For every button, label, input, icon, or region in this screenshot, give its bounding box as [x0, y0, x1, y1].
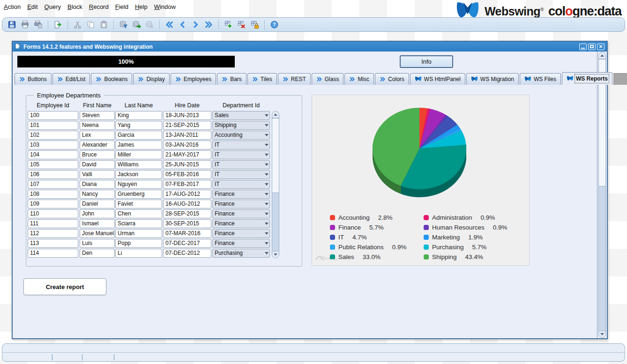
- first-name-field[interactable]: Luis: [80, 239, 115, 248]
- legend-item-sales[interactable]: Sales33.0%: [330, 253, 424, 260]
- last-name-field[interactable]: Li: [115, 249, 162, 258]
- last-name-field[interactable]: Jackson: [115, 170, 162, 179]
- first-name-field[interactable]: Alexander: [80, 141, 115, 149]
- tab-display[interactable]: Display: [133, 73, 169, 85]
- department-dropdown[interactable]: Finance: [212, 209, 270, 218]
- tab-glass[interactable]: Glass: [312, 73, 344, 85]
- legend-item-purchasing[interactable]: Purchasing5.7%: [424, 243, 530, 251]
- first-record-icon[interactable]: [164, 19, 175, 30]
- employee-id-field[interactable]: 102: [28, 131, 78, 140]
- tab-bars[interactable]: Bars: [217, 73, 246, 85]
- first-name-field[interactable]: Daniel: [80, 200, 115, 208]
- legend-item-marketing[interactable]: Marketing1.9%: [424, 233, 530, 241]
- employee-id-field[interactable]: 106: [28, 170, 78, 179]
- tab-edit-list[interactable]: Edit/List: [52, 73, 90, 85]
- last-name-field[interactable]: Faviet: [115, 200, 162, 208]
- hire-date-field[interactable]: 18-JUN-2013: [163, 111, 211, 120]
- save-icon[interactable]: [7, 19, 17, 30]
- hire-date-field[interactable]: 30-SEP-2015: [163, 219, 211, 228]
- tab-misc[interactable]: Misc: [344, 73, 374, 85]
- employee-id-field[interactable]: 105: [28, 160, 78, 169]
- minimize-button[interactable]: [579, 44, 587, 50]
- enter-query-icon[interactable]: [118, 19, 129, 30]
- last-name-field[interactable]: King: [115, 111, 162, 120]
- menu-window[interactable]: Window: [154, 3, 176, 10]
- first-name-field[interactable]: Bruce: [80, 150, 115, 159]
- maximize-button[interactable]: [588, 44, 596, 50]
- first-name-field[interactable]: Valli: [80, 170, 115, 179]
- hire-date-field[interactable]: 21-MAY-2017: [163, 150, 211, 159]
- cancel-query-icon[interactable]: [144, 19, 155, 30]
- employee-id-field[interactable]: 114: [28, 249, 78, 258]
- table-scroll-up-icon[interactable]: [272, 111, 279, 118]
- tab-ws-htmlpanel[interactable]: WS HtmlPanel: [410, 73, 465, 85]
- department-dropdown[interactable]: IT: [212, 141, 270, 149]
- exit-icon[interactable]: [52, 19, 63, 30]
- hire-date-field[interactable]: 28-SEP-2015: [163, 209, 211, 218]
- tab-colors[interactable]: Colors: [375, 73, 409, 85]
- menu-record[interactable]: Record: [89, 3, 109, 10]
- hire-date-field[interactable]: 17-AUG-2012: [163, 190, 211, 199]
- department-dropdown[interactable]: Sales: [212, 111, 270, 120]
- table-scroll-down-icon[interactable]: [272, 251, 279, 258]
- employee-id-field[interactable]: 113: [28, 239, 78, 248]
- tab-ws-files[interactable]: WS Files: [520, 73, 561, 85]
- tab-rest[interactable]: REST: [278, 73, 311, 85]
- employee-id-field[interactable]: 112: [28, 229, 78, 238]
- department-dropdown[interactable]: Finance: [212, 219, 270, 228]
- menu-edit[interactable]: Edit: [27, 3, 37, 10]
- tab-tiles[interactable]: Tiles: [247, 73, 277, 85]
- employee-id-field[interactable]: 100: [28, 111, 78, 120]
- hire-date-field[interactable]: 07-FEB-2017: [163, 180, 211, 189]
- hire-date-field[interactable]: 13-JAN-2011: [163, 131, 211, 140]
- menu-help[interactable]: Help: [135, 3, 148, 10]
- employee-id-field[interactable]: 101: [28, 121, 78, 130]
- first-name-field[interactable]: Lex: [80, 131, 115, 140]
- hire-date-field[interactable]: 07-DEC-2012: [163, 249, 211, 258]
- delete-record-icon[interactable]: [236, 19, 247, 30]
- department-dropdown[interactable]: Purchasing: [212, 249, 270, 258]
- last-name-field[interactable]: Williams: [115, 160, 162, 169]
- last-name-field[interactable]: Urman: [115, 229, 162, 238]
- first-name-field[interactable]: David: [80, 160, 115, 169]
- tab-ws-migration[interactable]: WS Migration: [466, 73, 519, 85]
- print-setup-icon[interactable]: [33, 19, 44, 30]
- last-name-field[interactable]: Sciarra: [115, 219, 162, 228]
- previous-record-icon[interactable]: [177, 19, 188, 30]
- window-scroll-down-icon[interactable]: [599, 331, 605, 337]
- first-name-field[interactable]: Steven: [80, 111, 115, 120]
- tab-booleans[interactable]: Booleans: [91, 73, 132, 85]
- employee-id-field[interactable]: 110: [28, 209, 78, 218]
- insert-record-icon[interactable]: [223, 19, 234, 30]
- help-icon[interactable]: ?: [269, 19, 280, 30]
- department-dropdown[interactable]: Finance: [212, 239, 270, 248]
- employee-id-field[interactable]: 107: [28, 180, 78, 189]
- hire-date-field[interactable]: 07-MAR-2016: [163, 229, 211, 238]
- first-name-field[interactable]: Ismael: [80, 219, 115, 228]
- hire-date-field[interactable]: 03-JAN-2016: [163, 141, 211, 149]
- employee-id-field[interactable]: 104: [28, 150, 78, 159]
- department-dropdown[interactable]: IT: [212, 180, 270, 189]
- last-name-field[interactable]: Yang: [115, 121, 162, 130]
- legend-item-administration[interactable]: Administration0.9%: [424, 214, 530, 221]
- legend-item-finance[interactable]: Finance5.7%: [330, 223, 424, 231]
- menu-query[interactable]: Query: [45, 3, 61, 10]
- first-name-field[interactable]: Nancy: [80, 190, 115, 199]
- close-button[interactable]: ✕: [597, 44, 605, 50]
- legend-item-shipping[interactable]: Shipping43.4%: [424, 253, 530, 260]
- employee-id-field[interactable]: 108: [28, 190, 78, 199]
- window-scrollbar[interactable]: [598, 52, 606, 338]
- hire-date-field[interactable]: 05-FEB-2016: [163, 170, 211, 179]
- last-record-icon[interactable]: [203, 19, 214, 30]
- last-name-field[interactable]: Miller: [115, 150, 162, 159]
- first-name-field[interactable]: Jose Manuel: [80, 229, 115, 238]
- table-scrollbar[interactable]: [272, 111, 279, 258]
- menu-action[interactable]: Action: [4, 3, 21, 10]
- paste-icon[interactable]: [98, 19, 109, 30]
- info-button[interactable]: Info: [400, 55, 453, 68]
- hire-date-field[interactable]: 07-DEC-2017: [163, 239, 211, 248]
- tab-ws-reports[interactable]: WS Reports: [562, 72, 612, 85]
- execute-query-icon[interactable]: [131, 19, 142, 30]
- hire-date-field[interactable]: 16-AUG-2012: [163, 200, 211, 208]
- first-name-field[interactable]: John: [80, 209, 115, 218]
